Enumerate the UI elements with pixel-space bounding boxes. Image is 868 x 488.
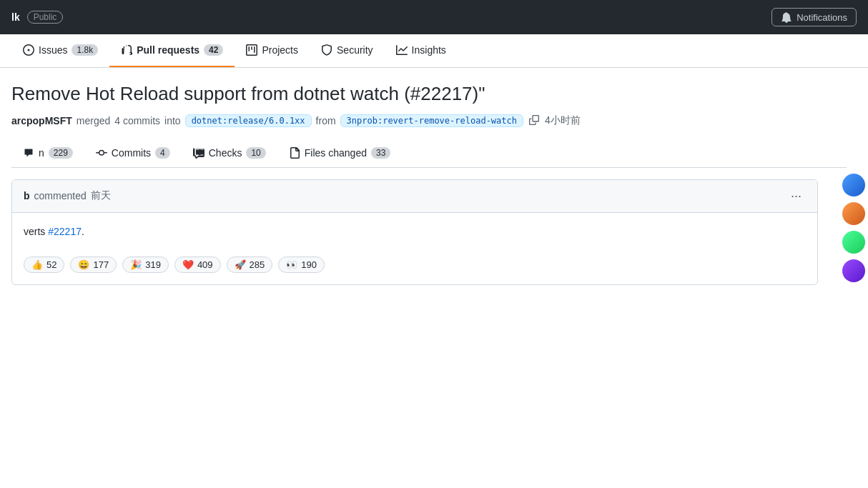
pr-into-label: into [164, 115, 181, 126]
conversation-count: 229 [49, 147, 73, 159]
main-content: b commented 前天 ··· verts #22217. 👍 52 [0, 168, 839, 297]
reaction-smile-emoji: 😄 [78, 259, 89, 270]
top-bar: lk Public Notifications [0, 0, 868, 34]
pr-author: arcpopMSFT [11, 115, 72, 126]
pr-action: merged [77, 115, 110, 126]
avatar-3 [842, 231, 865, 254]
pr-tab-checks[interactable]: Checks 10 [182, 140, 277, 167]
reaction-rocket-count: 285 [250, 259, 265, 270]
right-sidebar [839, 168, 868, 297]
files-changed-count: 33 [371, 147, 390, 159]
comment-body-text: verts [24, 226, 48, 237]
comment-action-text: commented [34, 190, 87, 201]
comment-box: b commented 前天 ··· verts #22217. 👍 52 [11, 179, 818, 285]
reaction-thumbsup-emoji: 👍 [31, 259, 43, 270]
reactions-container: 👍 52 😄 177 🎉 319 ❤️ 409 [12, 251, 817, 284]
reaction-pill-heart[interactable]: ❤️ 409 [174, 257, 221, 273]
reaction-tada-count: 319 [145, 259, 161, 270]
reaction-eyes-emoji: 👀 [286, 259, 297, 270]
public-badge: Public [27, 11, 64, 24]
nav-item-issues[interactable]: Issues 1.8k [11, 34, 109, 67]
pr-tab-files-changed[interactable]: Files changed 33 [277, 140, 403, 167]
avatar-4 [842, 259, 865, 282]
commits-count: 4 [155, 147, 170, 159]
comment-author-info: b commented 前天 [24, 189, 111, 202]
repo-nav: Issues 1.8k Pull requests 42 Projects Se… [0, 34, 868, 68]
reaction-tada-emoji: 🎉 [130, 259, 142, 270]
checks-count: 10 [246, 147, 265, 159]
repo-name: lk [11, 11, 20, 23]
conversation-icon [23, 147, 34, 159]
avatar-1 [842, 174, 865, 196]
pr-tab-conversation[interactable]: n 229 [11, 140, 84, 167]
reaction-thumbsup-count: 52 [46, 259, 56, 270]
comment-more-options-button[interactable]: ··· [786, 187, 806, 205]
comment-area: b commented 前天 ··· verts #22217. 👍 52 [0, 168, 829, 297]
reaction-pill-rocket[interactable]: 🚀 285 [227, 257, 273, 273]
nav-security-label: Security [337, 44, 373, 56]
comment-header: b commented 前天 ··· [12, 180, 817, 213]
main-layout: b commented 前天 ··· verts #22217. 👍 52 [0, 168, 868, 297]
commits-tab-label: Commits [112, 147, 151, 159]
pull-requests-badge: 42 [204, 44, 223, 56]
top-bar-left: lk Public [11, 11, 63, 24]
pull-requests-icon [121, 44, 132, 56]
reaction-pill-eyes[interactable]: 👀 190 [278, 257, 325, 273]
issues-badge: 1.8k [71, 44, 98, 56]
more-options-label: ··· [791, 189, 802, 203]
comment-issue-link[interactable]: #22217 [48, 226, 82, 237]
avatar-2 [842, 202, 865, 225]
pr-section: Remove Hot Reload support from dotnet wa… [0, 68, 858, 168]
reaction-smile-count: 177 [93, 259, 109, 270]
pr-commit-count: 4 commits [114, 115, 160, 126]
pr-from-label: from [316, 115, 336, 126]
reaction-rocket-emoji: 🚀 [235, 259, 246, 270]
comment-author-name: b [24, 190, 30, 201]
reaction-pill-smile[interactable]: 😄 177 [70, 257, 117, 273]
nav-item-insights[interactable]: Insights [385, 34, 458, 67]
nav-item-security[interactable]: Security [310, 34, 385, 67]
comment-time: 前天 [91, 189, 111, 202]
issues-icon [23, 44, 34, 56]
reaction-pill-thumbsup[interactable]: 👍 52 [24, 257, 64, 273]
reaction-pill-tada[interactable]: 🎉 319 [122, 257, 169, 273]
checks-tab-label: Checks [209, 147, 242, 159]
reaction-eyes-count: 190 [301, 259, 317, 270]
pr-meta: arcpopMSFT merged 4 commits into dotnet:… [11, 114, 847, 129]
pr-tabs: n 229 Commits 4 Checks 10 Files changed … [11, 140, 847, 168]
notifications-label: Notifications [797, 12, 847, 23]
insights-icon [396, 44, 408, 56]
bell-icon [781, 11, 792, 23]
nav-projects-label: Projects [262, 44, 298, 56]
comment-link-suffix: . [82, 226, 84, 237]
pr-tab-commits[interactable]: Commits 4 [84, 140, 182, 167]
conversation-tab-label: n [39, 147, 44, 159]
files-changed-icon [289, 147, 300, 159]
comment-body: verts #22217. [12, 213, 817, 251]
nav-issues-label: Issues [39, 44, 67, 56]
nav-pull-requests-label: Pull requests [137, 44, 199, 56]
checks-icon [193, 147, 204, 159]
projects-icon [246, 44, 257, 56]
files-changed-tab-label: Files changed [305, 147, 367, 159]
security-icon [321, 44, 332, 56]
nav-insights-label: Insights [412, 44, 446, 56]
commits-icon [96, 147, 107, 159]
pr-time-ago: 4小时前 [545, 114, 581, 127]
nav-item-projects[interactable]: Projects [235, 34, 310, 67]
copy-branch-button[interactable] [528, 114, 541, 129]
copy-icon [529, 115, 539, 125]
pr-title: Remove Hot Reload support from dotnet wa… [11, 82, 847, 106]
pr-source-branch[interactable]: 3nprob:revert-remove-reload-watch [340, 114, 523, 127]
nav-item-pull-requests[interactable]: Pull requests 42 [109, 34, 235, 67]
reaction-heart-count: 409 [197, 259, 213, 270]
pr-target-branch[interactable]: dotnet:release/6.0.1xx [185, 114, 312, 127]
notifications-button[interactable]: Notifications [771, 8, 857, 26]
reaction-heart-emoji: ❤️ [182, 259, 194, 270]
